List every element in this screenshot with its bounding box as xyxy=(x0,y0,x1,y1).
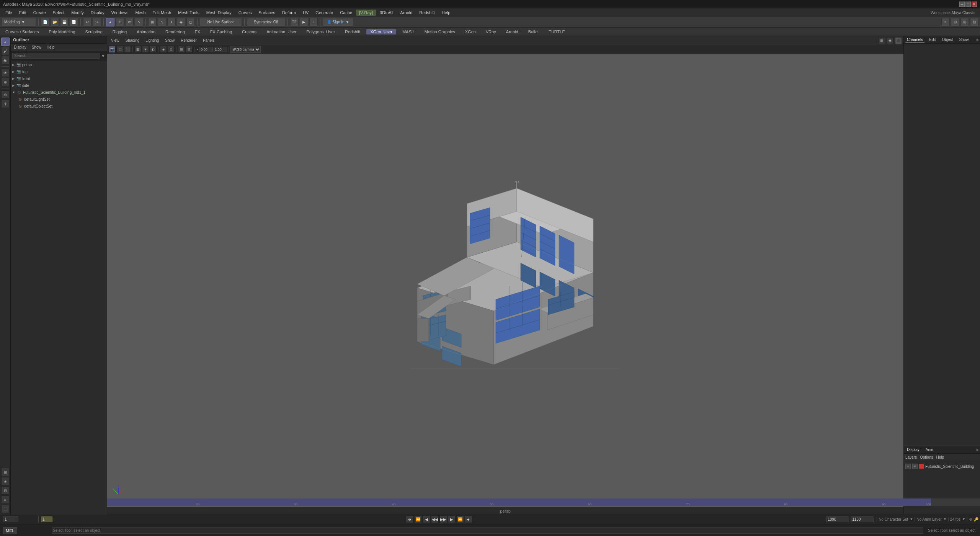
select-tool[interactable]: ▲ xyxy=(106,18,114,26)
menu-help[interactable]: Help xyxy=(439,10,454,16)
play-back-btn[interactable]: ◀◀ xyxy=(431,515,439,523)
view-tool-btn[interactable]: 👁 xyxy=(1,69,10,77)
layer-color-swatch[interactable] xyxy=(919,464,924,469)
vp-wireframe-btn[interactable]: ◻ xyxy=(116,46,123,53)
menu-modify[interactable]: Modify xyxy=(68,10,87,16)
menu-deform[interactable]: Deform xyxy=(279,10,299,16)
menu-surfaces[interactable]: Surfaces xyxy=(256,10,278,16)
vp-hud-btn[interactable]: ⊟ xyxy=(186,46,193,53)
render-btn2[interactable]: ▶ xyxy=(300,18,308,26)
vp-menu-view[interactable]: View xyxy=(109,38,122,43)
shelf-custom[interactable]: Custom xyxy=(238,29,260,34)
shelf-xgen-user[interactable]: XGen_User xyxy=(366,29,396,34)
outliner-item-default-light-set[interactable]: ◎ defaultLightSet xyxy=(16,96,107,103)
shelf-animation-user[interactable]: Animation_User xyxy=(263,29,300,34)
render-btn3[interactable]: ⏸ xyxy=(309,18,318,26)
object-tab[interactable]: Object xyxy=(941,37,955,42)
vp-menu-renderer[interactable]: Renderer xyxy=(178,38,199,43)
right-btn2[interactable]: ⊟ xyxy=(951,18,959,26)
minimize-button[interactable]: ─ xyxy=(959,2,965,7)
menu-3dtoall[interactable]: 3DtoAll xyxy=(377,10,396,16)
vp-xray-btn[interactable]: ◈ xyxy=(160,46,167,53)
autokey-btn[interactable]: 🔑 xyxy=(974,517,978,521)
prev-frame-btn[interactable]: ⏪ xyxy=(414,515,422,523)
anim-layer-tab[interactable]: Anim xyxy=(924,447,936,452)
vp-light-btn[interactable]: ☀ xyxy=(142,46,149,53)
options-menu[interactable]: Options xyxy=(920,455,933,459)
select-tool-btn[interactable]: ▲ xyxy=(1,38,10,46)
layer-item-building[interactable]: V P Futuristic_Scientific_Building xyxy=(905,463,978,470)
extra-tool-1[interactable]: ⊞ xyxy=(1,468,10,476)
vp-menu-lighting[interactable]: Lighting xyxy=(143,38,161,43)
sign-in-button[interactable]: 👤 Sign In ▼ xyxy=(323,18,353,26)
channels-tab[interactable]: Channels xyxy=(905,37,924,42)
vp-btn-2[interactable]: ◉ xyxy=(887,37,893,44)
display-layer-tab[interactable]: Display xyxy=(905,447,921,452)
redo-button[interactable]: ↪ xyxy=(93,18,101,26)
pivot-btn[interactable]: ✛ xyxy=(1,100,10,108)
viewport-canvas[interactable]: X Y Z xyxy=(107,54,903,507)
vp-menu-shading[interactable]: Shading xyxy=(123,38,142,43)
vp-menu-panels[interactable]: Panels xyxy=(201,38,217,43)
outliner-item-front[interactable]: ▶ 📷 front xyxy=(11,75,107,82)
vp-isolation-btn[interactable]: ⊙ xyxy=(168,46,175,53)
save-as-button[interactable]: 📑 xyxy=(70,18,78,26)
symmetry-button[interactable]: Symmetry: Off xyxy=(247,18,285,26)
render-btn1[interactable]: 🎬 xyxy=(290,18,299,26)
fps-dropdown[interactable]: ▼ xyxy=(962,517,965,521)
shelf-redshift[interactable]: Redshift xyxy=(341,29,364,34)
vp-btn-1[interactable]: ⊞ xyxy=(878,37,885,44)
outliner-item-default-object-set[interactable]: ◎ defaultObjectSet xyxy=(16,103,107,109)
right-btn1[interactable]: ≡ xyxy=(941,18,950,26)
outliner-help-menu[interactable]: Help xyxy=(45,45,56,50)
shelf-motion-graphics[interactable]: Motion Graphics xyxy=(421,29,459,34)
menu-display[interactable]: Display xyxy=(88,10,108,16)
outliner-item-side[interactable]: ▶ 📷 side xyxy=(11,82,107,89)
preferences-btn[interactable]: ⚙ xyxy=(969,517,972,521)
snap-point[interactable]: • xyxy=(167,18,176,26)
color-space-select[interactable]: sRGB gamma xyxy=(230,46,261,53)
shelf-arnold[interactable]: Arnold xyxy=(502,29,522,34)
range-end-input[interactable] xyxy=(851,516,874,522)
undo-button[interactable]: ↩ xyxy=(83,18,91,26)
shelf-turtle[interactable]: TURTLE xyxy=(545,29,569,34)
current-frame-input[interactable] xyxy=(3,516,18,522)
show-tab[interactable]: Show xyxy=(957,37,970,42)
maximize-button[interactable]: □ xyxy=(965,2,971,7)
close-button[interactable]: ✕ xyxy=(972,2,977,7)
exposure-input[interactable] xyxy=(199,47,213,52)
menu-mesh-tools[interactable]: Mesh Tools xyxy=(175,10,202,16)
right-btn4[interactable]: ⊡ xyxy=(970,18,978,26)
outliner-show-menu[interactable]: Show xyxy=(30,45,43,50)
shelf-mash[interactable]: MASH xyxy=(399,29,418,34)
panel-close-btn[interactable]: ≡ xyxy=(976,38,978,42)
scale-tool[interactable]: ⤡ xyxy=(135,18,143,26)
extra-tool-4[interactable]: ≡ xyxy=(1,495,10,504)
skip-end-btn[interactable]: ⏭ xyxy=(465,515,472,523)
menu-edit[interactable]: Edit xyxy=(16,10,29,16)
char-set-dropdown[interactable]: ▼ xyxy=(910,517,913,521)
open-button[interactable]: 📂 xyxy=(51,18,59,26)
extra-tool-5[interactable]: ☰ xyxy=(1,505,10,513)
mode-dropdown[interactable]: Modeling ▼ xyxy=(2,18,36,26)
help-menu[interactable]: Help xyxy=(936,455,944,459)
vp-smooth-btn[interactable]: ⬛ xyxy=(124,46,131,53)
vp-camera-btn[interactable]: 📷 xyxy=(109,46,116,53)
menu-mesh[interactable]: Mesh xyxy=(132,10,149,16)
skip-start-btn[interactable]: ⏮ xyxy=(406,515,413,523)
menu-curves[interactable]: Curves xyxy=(235,10,255,16)
outliner-search-options[interactable]: ▼ xyxy=(101,54,105,58)
highlighted-frame-input[interactable] xyxy=(41,516,52,522)
playback-toggle[interactable]: P xyxy=(912,464,918,469)
menu-redshift[interactable]: Redshift xyxy=(416,10,438,16)
anim-layer-dropdown[interactable]: ▼ xyxy=(943,517,947,521)
snap-curve[interactable]: ∿ xyxy=(158,18,166,26)
range-start-input[interactable] xyxy=(826,516,849,522)
move-tool[interactable]: ✛ xyxy=(116,18,124,26)
shelf-sculpting[interactable]: Sculpting xyxy=(82,29,106,34)
menu-windows[interactable]: Windows xyxy=(108,10,132,16)
next-frame-btn[interactable]: ⏩ xyxy=(456,515,464,523)
no-live-surface-button[interactable]: No Live Surface xyxy=(200,18,242,26)
paint-tool-btn[interactable]: 🖌 xyxy=(1,47,10,55)
snap-grid[interactable]: ⊞ xyxy=(148,18,157,26)
